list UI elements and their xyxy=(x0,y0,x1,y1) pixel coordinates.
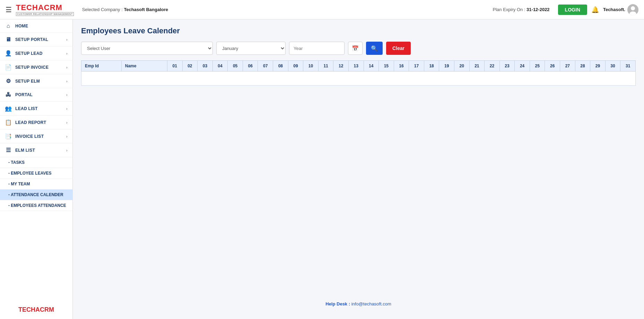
col-header-28: 27 xyxy=(560,61,575,72)
footer: Help Desk : info@techasoft.com xyxy=(81,296,636,312)
sidebar-label-home: HOME xyxy=(15,24,28,28)
sidebar-sub-employee-leaves[interactable]: - EMPLOYEE LEAVES xyxy=(0,168,72,179)
sidebar-item-lead-list[interactable]: 👥 LEAD LIST › xyxy=(0,102,72,116)
sidebar-arrow-lead-list: › xyxy=(66,107,68,111)
col-header-27: 26 xyxy=(545,61,560,72)
sidebar-item-setup-invoice[interactable]: 📄 SETUP INVOICE › xyxy=(0,60,72,74)
sidebar-arrow-setup-elm: › xyxy=(66,79,68,83)
sidebar-sub-my-team[interactable]: - MY TEAM xyxy=(0,179,72,190)
plan-info: Plan Expiry On : 31-12-2022 xyxy=(493,7,550,12)
company-name: Techasoft Bangalore xyxy=(124,7,168,12)
col-header-4: 03 xyxy=(198,61,213,72)
sidebar-arrow-portal: › xyxy=(66,93,68,97)
sidebar-item-elm-list[interactable]: ☰ ELM LIST › xyxy=(0,143,72,157)
sidebar-label-setup-invoice: SETUP INVOICE xyxy=(15,65,49,70)
logo-area: TECHACRM CUSTOMER RELATIONSHIP MANAGEMEN… xyxy=(16,3,74,16)
col-header-29: 28 xyxy=(575,61,590,72)
sidebar-arrow-lead-report: › xyxy=(66,120,68,125)
plan-expiry-label: Plan Expiry On : xyxy=(493,7,527,12)
select-user-dropdown[interactable]: Select User xyxy=(81,42,213,55)
page-title: Employees Leave Calender xyxy=(81,26,636,35)
col-header-30: 29 xyxy=(590,61,606,72)
col-header-7: 06 xyxy=(243,61,258,72)
col-header-10: 09 xyxy=(288,61,303,72)
col-header-32: 31 xyxy=(620,61,636,72)
help-desk-label: Help Desk : xyxy=(325,301,351,307)
sidebar-icon-setup-elm: ⚙ xyxy=(5,78,12,84)
col-header-14: 13 xyxy=(348,61,364,72)
calendar-button[interactable]: 📅 xyxy=(348,42,363,55)
sidebar-label-portal: PORTAL xyxy=(15,92,33,97)
layout: ⌂ HOME 🖥 SETUP PORTAL ›👤 SETUP LEAD ›📄 S… xyxy=(0,19,644,319)
year-input[interactable] xyxy=(289,42,345,55)
col-header-23: 22 xyxy=(485,61,500,72)
logo-rest: RM xyxy=(50,3,62,12)
help-desk-email[interactable]: info@techasoft.com xyxy=(351,301,391,307)
sidebar-item-home[interactable]: ⌂ HOME xyxy=(0,19,72,33)
col-header-12: 11 xyxy=(318,61,333,72)
sidebar-icon-setup-portal: 🖥 xyxy=(5,36,12,43)
sidebar-icon-setup-lead: 👤 xyxy=(5,50,12,57)
sidebar-label-setup-lead: SETUP LEAD xyxy=(15,51,43,56)
col-header-26: 25 xyxy=(530,61,545,72)
main-content: Employees Leave Calender Select User Jan… xyxy=(73,19,644,319)
sidebar-icon-lead-list: 👥 xyxy=(5,105,12,112)
col-header-31: 30 xyxy=(605,61,620,72)
col-header-18: 17 xyxy=(409,61,424,72)
sidebar-label-setup-portal: SETUP PORTAL xyxy=(15,37,48,42)
col-header-15: 14 xyxy=(364,61,379,72)
sidebar-icon-home: ⌂ xyxy=(5,23,12,29)
top-header: ☰ TECHACRM CUSTOMER RELATIONSHIP MANAGEM… xyxy=(0,0,644,19)
col-header-1: Name xyxy=(121,61,167,72)
search-button[interactable]: 🔍 xyxy=(366,42,383,55)
col-header-19: 18 xyxy=(424,61,439,72)
sidebar-arrow-setup-lead: › xyxy=(66,51,68,56)
sidebar-item-setup-elm[interactable]: ⚙ SETUP ELM › xyxy=(0,74,72,88)
col-header-5: 04 xyxy=(212,61,228,72)
user-info: Techasoft. xyxy=(603,4,638,15)
sidebar-arrow-setup-invoice: › xyxy=(66,65,68,69)
clear-button[interactable]: Clear xyxy=(386,42,411,55)
sidebar-item-setup-portal[interactable]: 🖥 SETUP PORTAL › xyxy=(0,33,72,47)
logo-sub: CUSTOMER RELATIONSHIP MANAGEMENT xyxy=(16,12,74,16)
sidebar: ⌂ HOME 🖥 SETUP PORTAL ›👤 SETUP LEAD ›📄 S… xyxy=(0,19,73,319)
sidebar-sub-employees-attendance[interactable]: - EMPLOYEES ATTENDANCE xyxy=(0,200,72,211)
col-header-3: 02 xyxy=(182,61,198,72)
selected-company-label: Selected Company : xyxy=(82,7,124,12)
sidebar-sub-tasks[interactable]: - TASKS xyxy=(0,157,72,168)
col-header-11: 10 xyxy=(303,61,319,72)
sidebar-label-invoice-list: INVOICE LIST xyxy=(15,134,44,139)
sidebar-arrow-setup-portal: › xyxy=(66,37,68,42)
sidebar-label-lead-report: LEAD REPORT xyxy=(15,120,46,125)
sidebar-item-setup-lead[interactable]: 👤 SETUP LEAD › xyxy=(0,47,72,60)
col-header-22: 21 xyxy=(469,61,485,72)
logo-main: TECHA xyxy=(16,3,44,12)
col-header-21: 20 xyxy=(454,61,469,72)
logo-text: TECHACRM xyxy=(16,3,74,12)
sidebar-item-portal[interactable]: 🖧 PORTAL › xyxy=(0,88,72,102)
sidebar-icon-portal: 🖧 xyxy=(5,92,12,98)
hamburger-icon[interactable]: ☰ xyxy=(6,6,12,14)
login-button[interactable]: LOGIN xyxy=(558,5,587,15)
sidebar-logo-bottom: TECHACRM xyxy=(0,301,72,319)
select-month-dropdown[interactable]: JanuaryFebruaryMarchAprilMayJuneJulyAugu… xyxy=(216,42,286,55)
col-header-24: 23 xyxy=(499,61,515,72)
sidebar-sub-attendance-calender[interactable]: - ATTENDANCE CALENDER xyxy=(0,190,72,200)
sidebar-arrow-elm-list: › xyxy=(66,148,68,152)
sidebar-item-lead-report[interactable]: 📋 LEAD REPORT › xyxy=(0,116,72,129)
sidebar-arrow-invoice-list: › xyxy=(66,134,68,138)
filter-bar: Select User JanuaryFebruaryMarchAprilMay… xyxy=(81,42,636,55)
col-header-0: Emp Id xyxy=(81,61,122,72)
sidebar-item-invoice-list[interactable]: 📑 INVOICE LIST › xyxy=(0,129,72,143)
sidebar-bottom-logo: TECHACRM xyxy=(18,306,54,313)
sidebar-icon-invoice-list: 📑 xyxy=(5,133,12,140)
col-header-13: 12 xyxy=(333,61,349,72)
col-header-16: 15 xyxy=(379,61,394,72)
avatar xyxy=(627,4,638,15)
svg-point-1 xyxy=(631,6,635,10)
sidebar-icon-setup-invoice: 📄 xyxy=(5,64,12,70)
col-header-6: 05 xyxy=(228,61,243,72)
company-info: Selected Company : Techasoft Bangalore xyxy=(82,7,493,12)
col-header-9: 08 xyxy=(273,61,288,72)
bell-icon[interactable]: 🔔 xyxy=(591,6,599,14)
